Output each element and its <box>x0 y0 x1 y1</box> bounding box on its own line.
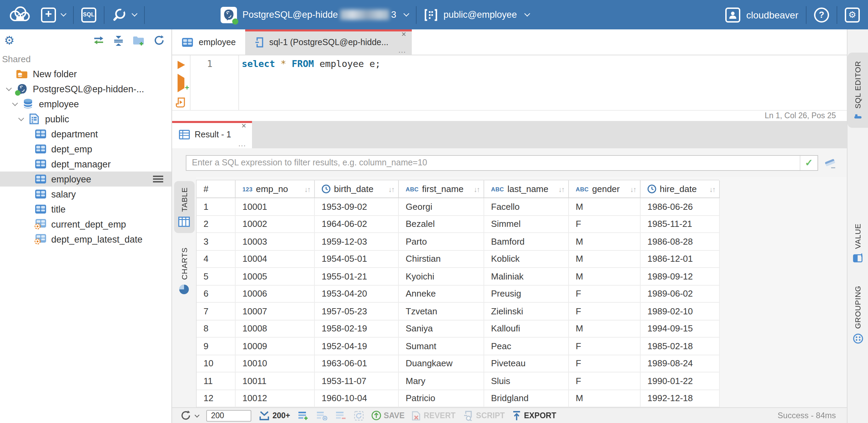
tree-item[interactable]: dept_emp_latest_date <box>0 232 171 247</box>
cell-last-name[interactable]: Koblick <box>484 250 569 268</box>
cell-emp-no[interactable]: 10008 <box>236 320 315 338</box>
execute-script-button[interactable] <box>176 97 186 111</box>
cell-gender[interactable]: M <box>569 390 641 407</box>
tree-item[interactable]: New folder <box>0 66 171 81</box>
tab-sql-editor-panel[interactable]: SQL EDITOR <box>847 53 868 128</box>
cell-last-name[interactable]: Preusig <box>484 285 569 303</box>
cell-birth-date[interactable]: 1960-10-04 <box>315 390 399 407</box>
tab-menu-icon[interactable]: ... <box>398 47 406 54</box>
filter-input[interactable] <box>186 155 800 170</box>
cell-first-name[interactable]: Sumant <box>399 338 484 355</box>
execute-new-tab-button[interactable]: + <box>178 78 184 88</box>
driver-manager-button[interactable] <box>112 7 137 22</box>
tab-table-view[interactable]: TABLE <box>174 181 194 233</box>
export-button[interactable]: EXPORT <box>512 410 556 421</box>
refresh-tree-button[interactable] <box>154 35 165 46</box>
tree-item[interactable]: current_dept_emp <box>0 217 171 232</box>
cell-first-name[interactable]: Kyoichi <box>399 268 484 285</box>
cell-hire-date[interactable]: 1989-09-12 <box>641 268 720 285</box>
cell-emp-no[interactable]: 10007 <box>236 303 315 320</box>
cell-gender[interactable]: F <box>569 285 641 303</box>
column-header-emp-no[interactable]: 123emp_no↓↑ <box>236 180 315 198</box>
cell-birth-date[interactable]: 1963-06-01 <box>315 355 399 372</box>
table-row[interactable]: 9 10009 1952-04-19 Sumant Peac F 1985-02… <box>197 338 719 355</box>
delete-row-button[interactable] <box>335 411 346 420</box>
sort-icon[interactable]: ↓↑ <box>558 185 564 193</box>
cell-emp-no[interactable]: 10004 <box>236 250 315 268</box>
table-row[interactable]: 6 10006 1953-04-20 Anneke Preusig F 1989… <box>197 285 719 303</box>
cell-emp-no[interactable]: 10011 <box>236 372 315 390</box>
table-row[interactable]: 12 10012 1960-10-04 Patricio Bridgland M… <box>197 390 719 407</box>
cell-gender[interactable]: M <box>569 198 641 216</box>
cell-emp-no[interactable]: 10006 <box>236 285 315 303</box>
expand-chevron[interactable] <box>14 118 28 120</box>
schema-selector[interactable]: public@employee <box>424 9 529 21</box>
tab-value-panel[interactable]: VALUE <box>847 215 868 271</box>
user-menu[interactable]: cloudbeaver <box>725 7 798 22</box>
cell-gender[interactable]: F <box>569 338 641 355</box>
row-index-header[interactable]: # <box>197 180 236 198</box>
sidebar-settings-button[interactable]: ⚙ <box>4 35 15 46</box>
tab-result-1[interactable]: Result - 1 × ... <box>172 121 252 148</box>
cell-birth-date[interactable]: 1952-04-19 <box>315 338 399 355</box>
cell-hire-date[interactable]: 1986-06-26 <box>641 198 720 216</box>
table-row[interactable]: 11 10011 1953-11-07 Mary Sluis F 1990-01… <box>197 372 719 390</box>
cell-hire-date[interactable]: 1992-12-18 <box>641 390 720 407</box>
cell-last-name[interactable]: Zielinski <box>484 303 569 320</box>
cell-first-name[interactable]: Bezalel <box>399 216 484 233</box>
connection-selector[interactable]: PostgreSQL@ep-hidde3 <box>221 6 409 23</box>
column-header-last-name[interactable]: ABClast_name↓↑ <box>484 180 569 198</box>
tree-item[interactable]: dept_emp <box>0 141 171 156</box>
cell-hire-date[interactable]: 1986-12-01 <box>641 250 720 268</box>
cell-gender[interactable]: M <box>569 268 641 285</box>
cell-hire-date[interactable]: 1985-11-21 <box>641 216 720 233</box>
cell-gender[interactable]: F <box>569 216 641 233</box>
table-row[interactable]: 10 10010 1963-06-01 Duangkaew Piveteau F… <box>197 355 719 372</box>
cell-birth-date[interactable]: 1953-11-07 <box>315 372 399 390</box>
column-header-birth-date[interactable]: birth_date↓↑ <box>315 180 399 198</box>
table-row[interactable]: 2 10002 1964-06-02 Bezalel Simmel F 1985… <box>197 216 719 233</box>
refresh-result-button[interactable] <box>180 410 199 421</box>
table-row[interactable]: 7 10007 1957-05-23 Tzvetan Zielinski F 1… <box>197 303 719 320</box>
cell-birth-date[interactable]: 1959-12-03 <box>315 233 399 250</box>
cell-birth-date[interactable]: 1955-01-21 <box>315 268 399 285</box>
cell-hire-date[interactable]: 1989-06-02 <box>641 285 720 303</box>
cell-gender[interactable]: F <box>569 355 641 372</box>
cell-birth-date[interactable]: 1954-05-01 <box>315 250 399 268</box>
expand-chevron[interactable] <box>8 103 22 105</box>
add-row-button[interactable] <box>298 411 309 420</box>
table-row[interactable]: 1 10001 1953-09-02 Georgi Facello M 1986… <box>197 198 719 216</box>
cell-gender[interactable]: F <box>569 372 641 390</box>
cell-birth-date[interactable]: 1958-02-19 <box>315 320 399 338</box>
apply-filter-button[interactable]: ✓ <box>800 155 817 170</box>
table-row[interactable]: 5 10005 1955-01-21 Kyoichi Maliniak M 19… <box>197 268 719 285</box>
cell-emp-no[interactable]: 10005 <box>236 268 315 285</box>
collapse-all-button[interactable] <box>113 35 124 45</box>
table-row[interactable]: 4 10004 1954-05-01 Chirstian Koblick M 1… <box>197 250 719 268</box>
cell-birth-date[interactable]: 1957-05-23 <box>315 303 399 320</box>
close-icon[interactable]: × <box>241 122 246 130</box>
duplicate-row-button[interactable] <box>316 411 328 420</box>
cell-first-name[interactable]: Parto <box>399 233 484 250</box>
cell-emp-no[interactable]: 10002 <box>236 216 315 233</box>
code-area[interactable]: select * FROM employee e; <box>239 55 847 110</box>
item-menu-icon[interactable] <box>153 176 163 182</box>
row-limit-input[interactable] <box>206 410 251 421</box>
sort-icon[interactable]: ↓↑ <box>474 185 479 193</box>
cell-last-name[interactable]: Peac <box>484 338 569 355</box>
cell-first-name[interactable]: Tzvetan <box>399 303 484 320</box>
cell-emp-no[interactable]: 10001 <box>236 198 315 216</box>
script-button[interactable]: SCRIPT <box>463 410 505 421</box>
execute-query-button[interactable] <box>177 61 185 69</box>
fetch-more-button[interactable]: 200+ <box>259 410 290 421</box>
new-connection-button[interactable]: + <box>41 7 66 22</box>
tab-employee[interactable]: employee <box>172 29 245 55</box>
tree-item[interactable]: department <box>0 126 171 141</box>
tree-item[interactable]: title <box>0 202 171 217</box>
cell-first-name[interactable]: Chirstian <box>399 250 484 268</box>
cell-emp-no[interactable]: 10012 <box>236 390 315 407</box>
sort-icon[interactable]: ↓↑ <box>304 185 310 193</box>
cell-last-name[interactable]: Simmel <box>484 216 569 233</box>
table-row[interactable]: 8 10008 1958-02-19 Saniya Kalloufi M 199… <box>197 320 719 338</box>
cell-first-name[interactable]: Saniya <box>399 320 484 338</box>
